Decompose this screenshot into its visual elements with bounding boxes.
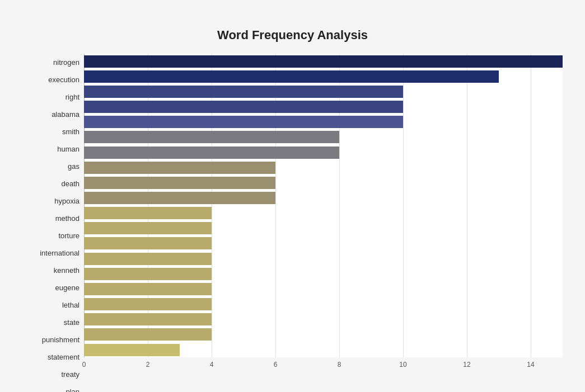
bar (84, 268, 212, 280)
bar (84, 131, 339, 143)
x-tick: 10 (399, 361, 406, 369)
bar-row (84, 175, 563, 190)
bar-row (84, 251, 563, 266)
y-label: plan (22, 383, 84, 392)
bar-row (84, 69, 563, 84)
bars-container (84, 54, 563, 357)
x-tick: 2 (146, 361, 150, 369)
y-label: smith (22, 123, 84, 140)
bar (84, 192, 275, 204)
chart-title: Word Frequency Analysis (22, 22, 563, 42)
y-label: execution (22, 71, 84, 88)
bar-row (84, 160, 563, 175)
y-label: human (22, 140, 84, 158)
y-label: punishment (22, 331, 84, 348)
y-label: nitrogen (22, 54, 84, 71)
bar (84, 298, 212, 310)
bar-row (84, 342, 563, 357)
bar (84, 177, 275, 189)
y-label: lethal (22, 296, 84, 314)
bar (84, 86, 403, 98)
bar (84, 207, 212, 219)
x-tick: 12 (463, 361, 470, 369)
bar-row (84, 266, 563, 281)
bar-row (84, 130, 563, 145)
y-label: alabama (22, 106, 84, 123)
chart-area: nitrogenexecutionrightalabamasmithhumang… (22, 54, 563, 392)
bar-row (84, 54, 563, 69)
y-label: torture (22, 227, 84, 244)
bar (84, 116, 403, 128)
bar (84, 237, 212, 249)
y-axis: nitrogenexecutionrightalabamasmithhumang… (22, 54, 84, 392)
bar (84, 313, 212, 325)
bar (84, 222, 212, 234)
bar-row (84, 312, 563, 327)
bar (84, 162, 275, 174)
y-label: statement (22, 348, 84, 366)
y-label: eugene (22, 279, 84, 296)
bar (84, 328, 212, 341)
y-label: kenneth (22, 262, 84, 279)
bar (84, 101, 403, 113)
bar (84, 70, 499, 83)
bar-row (84, 99, 563, 114)
x-tick: 6 (274, 361, 278, 369)
bar-row (84, 84, 563, 99)
bar-row (84, 145, 563, 160)
bar-row (84, 327, 563, 342)
y-label: treaty (22, 366, 84, 383)
y-label: gas (22, 158, 84, 175)
chart-container: Word Frequency Analysis nitrogenexecutio… (11, 11, 574, 392)
bar-row (84, 281, 563, 296)
bar (84, 147, 339, 159)
y-label: right (22, 88, 84, 106)
x-tick: 0 (82, 361, 86, 369)
bar (84, 283, 212, 295)
bar-row (84, 221, 563, 236)
bar (84, 55, 563, 68)
bar-row (84, 115, 563, 130)
x-tick: 14 (527, 361, 534, 369)
plot-area: 02468101214 Frequency (84, 54, 563, 392)
bar (84, 253, 212, 265)
bar-row (84, 297, 563, 312)
y-label: international (22, 244, 84, 262)
bar-row (84, 190, 563, 205)
bar-row (84, 206, 563, 221)
y-label: method (22, 210, 84, 227)
bar (84, 344, 180, 356)
y-label: state (22, 314, 84, 331)
x-tick: 4 (210, 361, 214, 369)
y-label: death (22, 175, 84, 192)
y-label: hypoxia (22, 192, 84, 210)
bar-row (84, 236, 563, 251)
x-tick: 8 (338, 361, 341, 369)
